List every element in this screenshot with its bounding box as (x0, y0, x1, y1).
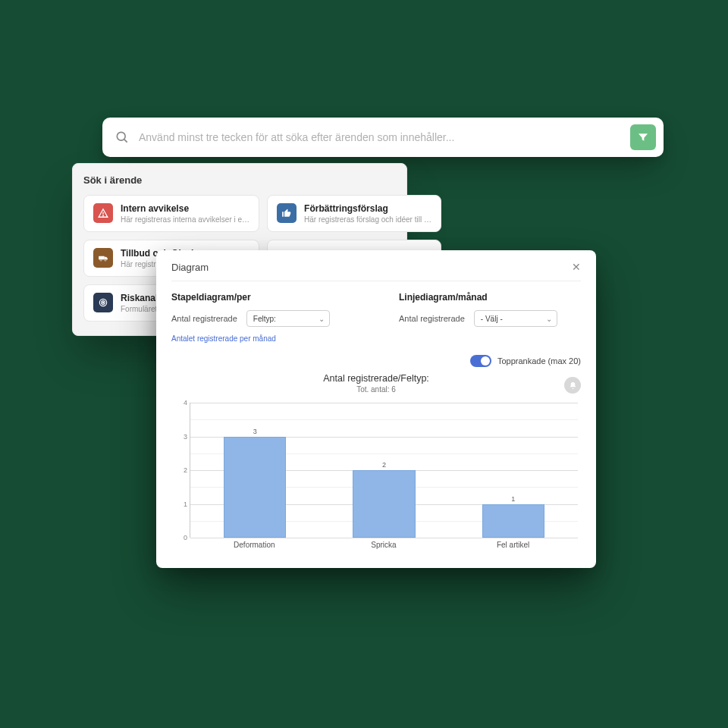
svg-line-1 (124, 140, 127, 143)
toprank-label: Topprankade (max 20) (497, 356, 581, 366)
bar-chart: 01234321 DeformationSprickaFel artikel (171, 403, 581, 554)
modal-title: Diagram (171, 262, 209, 273)
svg-point-9 (102, 302, 103, 303)
target-icon (93, 293, 113, 312)
gridline (190, 538, 578, 538)
ambulance-icon (93, 248, 113, 268)
count-label: Antal registrerade (171, 314, 237, 323)
warning-icon (93, 203, 113, 223)
svg-point-5 (100, 259, 102, 261)
chart-subtitle: Tot. antal: 6 (171, 385, 581, 394)
chart-title: Antal registrerade/Feltyp: (171, 373, 581, 384)
bell-icon (569, 381, 577, 390)
y-tick-label: 2 (175, 466, 187, 474)
x-tick-label: Spricka (333, 541, 434, 554)
chevron-down-icon: ⌄ (318, 315, 325, 323)
filter-button[interactable] (630, 124, 656, 150)
count-label: Antal registrerade (399, 314, 465, 323)
bar-value-label: 2 (382, 461, 386, 469)
search-icon (115, 130, 130, 145)
card-desc: Här registreras förslag och idéer till … (304, 215, 431, 224)
x-tick-label: Deformation (204, 541, 305, 554)
toprank-toggle[interactable] (470, 355, 491, 367)
svg-point-0 (117, 132, 125, 140)
select-value: Feltyp: (253, 315, 276, 323)
search-bar (102, 118, 664, 157)
notify-button[interactable] (564, 377, 581, 394)
bar-deformation: 3 (205, 403, 306, 538)
thumbs-up-icon (277, 203, 297, 223)
y-tick-label: 3 (175, 433, 187, 441)
card-intern-avvikelse[interactable]: Intern avvikelse Här registreras interna… (83, 195, 259, 232)
diagram-modal: Diagram ✕ Stapeldiagram/per Antal regist… (156, 250, 596, 568)
select-value: - Välj - (481, 315, 503, 323)
card-forbattringsforslag[interactable]: Förbättringsförslag Här registreras förs… (267, 195, 441, 232)
bar-spricka: 2 (334, 403, 435, 538)
bar-section-title: Stapeldiagram/per (171, 292, 353, 303)
line-section-title: Linjediagram/månad (399, 292, 581, 303)
search-input[interactable] (130, 131, 630, 143)
y-tick-label: 1 (175, 500, 187, 508)
bar (224, 437, 286, 538)
select-feltyp[interactable]: Feltyp: ⌄ (246, 310, 330, 327)
svg-point-6 (105, 259, 106, 261)
close-icon[interactable]: ✕ (572, 261, 581, 273)
card-title: Förbättringsförslag (304, 203, 431, 214)
bar (482, 504, 544, 538)
x-tick-label: Fel artikel (463, 541, 563, 554)
filter-icon (637, 131, 649, 143)
bar-fel-artikel: 1 (463, 403, 563, 538)
card-desc: Här registreras interna avvikelser i e… (121, 215, 249, 224)
bar-value-label: 1 (511, 495, 515, 503)
bar-value-label: 3 (253, 428, 257, 435)
y-tick-label: 0 (175, 534, 187, 541)
card-title: Intern avvikelse (121, 203, 249, 214)
link-per-month[interactable]: Antalet registrerade per månad (171, 334, 353, 343)
bar (353, 470, 415, 538)
select-valj[interactable]: - Välj - ⌄ (474, 310, 557, 327)
svg-point-3 (103, 215, 104, 216)
panel-title: Sök i ärende (83, 174, 396, 186)
y-tick-label: 4 (175, 399, 187, 406)
svg-rect-4 (99, 256, 105, 260)
chevron-down-icon: ⌄ (546, 315, 552, 323)
